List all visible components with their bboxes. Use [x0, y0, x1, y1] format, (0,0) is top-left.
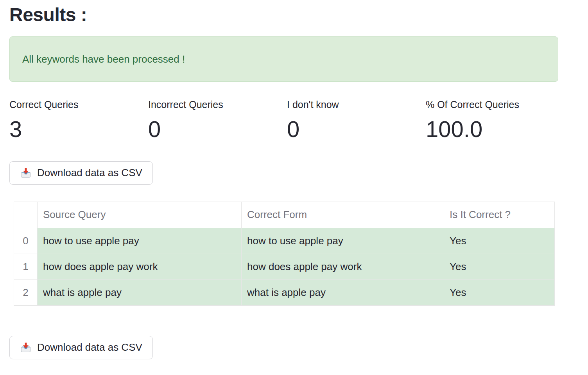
table-row: 2 what is apple pay what is apple pay Ye…	[14, 279, 555, 305]
download-csv-button-bottom[interactable]: Download data as CSV	[9, 336, 153, 359]
metric-label: Incorrect Queries	[148, 99, 281, 110]
cell-source-query: how to use apple pay	[38, 228, 242, 254]
column-header-source-query: Source Query	[38, 202, 242, 228]
cell-is-it-correct: Yes	[444, 279, 555, 305]
cell-source-query: how does apple pay work	[38, 254, 242, 279]
download-csv-button-top[interactable]: Download data as CSV	[9, 161, 153, 185]
metric-value: 3	[9, 117, 142, 142]
table-header-row: Source Query Correct Form Is It Correct …	[14, 202, 555, 228]
cell-is-it-correct: Yes	[444, 254, 555, 279]
results-page: Results : All keywords have been process…	[0, 0, 588, 359]
cell-correct-form: how does apple pay work	[242, 254, 444, 279]
metric-value: 100.0	[426, 117, 558, 142]
cell-correct-form: how to use apple pay	[242, 228, 444, 254]
cell-correct-form: what is apple pay	[242, 279, 444, 305]
row-index: 2	[14, 279, 38, 305]
table-row: 1 how does apple pay work how does apple…	[14, 254, 555, 279]
column-header-index	[14, 202, 38, 228]
metric-label: I don't know	[287, 99, 419, 110]
results-table-wrapper: Source Query Correct Form Is It Correct …	[14, 202, 588, 306]
metric-incorrect-queries: Incorrect Queries 0	[148, 99, 281, 142]
page-title: Results :	[9, 4, 588, 25]
success-alert-text: All keywords have been processed !	[22, 53, 185, 65]
column-header-is-it-correct: Is It Correct ?	[444, 202, 555, 228]
metric-correct-queries: Correct Queries 3	[9, 99, 142, 142]
inbox-tray-icon	[20, 167, 32, 179]
row-index: 1	[14, 254, 38, 279]
results-table: Source Query Correct Form Is It Correct …	[14, 202, 555, 306]
download-csv-label: Download data as CSV	[37, 341, 142, 353]
inbox-tray-icon	[20, 342, 32, 353]
metric-pct-correct-queries: % Of Correct Queries 100.0	[426, 99, 558, 142]
download-csv-label: Download data as CSV	[37, 167, 142, 179]
cell-source-query: what is apple pay	[38, 279, 242, 305]
metrics-row: Correct Queries 3 Incorrect Queries 0 I …	[9, 99, 558, 142]
metric-label: Correct Queries	[9, 99, 142, 110]
success-alert: All keywords have been processed !	[9, 36, 558, 82]
column-header-correct-form: Correct Form	[242, 202, 444, 228]
metric-label: % Of Correct Queries	[426, 99, 558, 110]
metric-value: 0	[148, 117, 281, 142]
table-row: 0 how to use apple pay how to use apple …	[14, 228, 555, 254]
cell-is-it-correct: Yes	[444, 228, 555, 254]
metric-i-dont-know: I don't know 0	[287, 99, 419, 142]
metric-value: 0	[287, 117, 419, 142]
row-index: 0	[14, 228, 38, 254]
